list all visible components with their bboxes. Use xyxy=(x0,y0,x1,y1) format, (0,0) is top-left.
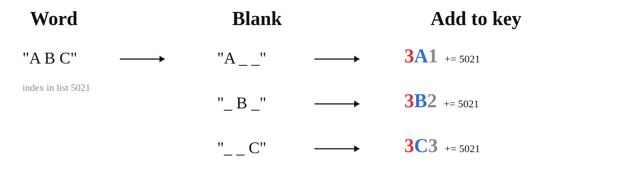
arrow-icon xyxy=(120,55,165,63)
header-key: Add to key xyxy=(431,7,522,30)
word-value: "A B C" xyxy=(22,49,77,68)
arrow-icon-3 xyxy=(315,145,359,153)
arrow-word-to-blank xyxy=(120,55,165,64)
blank-row-1: "A _ _" xyxy=(217,49,266,68)
arrow-blank-to-key-2 xyxy=(315,100,359,109)
header-blank: Blank xyxy=(232,7,282,30)
arrow-icon-1 xyxy=(315,55,359,63)
arrow-blank-to-key-3 xyxy=(315,145,359,154)
key-row-2: 3 B 2 += 5021 xyxy=(404,90,479,112)
key-row-1: 3 A 1 += 5021 xyxy=(404,45,480,67)
header-word: Word xyxy=(30,7,78,30)
arrow-icon-2 xyxy=(315,100,359,108)
key-row-3: 3 C 3 += 5021 xyxy=(404,135,480,157)
blank-row-3: "_ _ C" xyxy=(217,138,266,157)
word-index: index in list 5021 xyxy=(22,82,90,93)
blank-row-2: "_ B _" xyxy=(217,93,266,113)
page-layout: Word Blank Add to key "A B C" index in l… xyxy=(0,0,644,191)
arrow-blank-to-key-1 xyxy=(315,55,359,64)
